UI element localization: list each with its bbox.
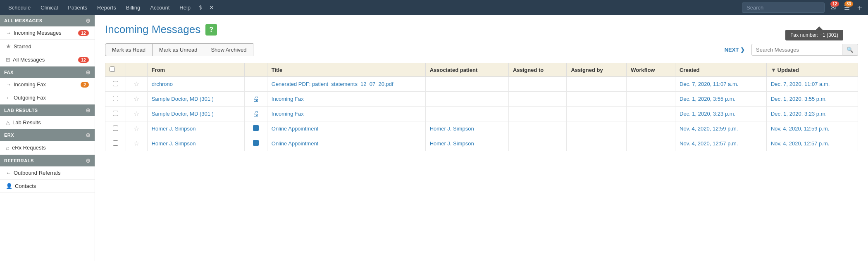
- assigned-by-cell: [567, 92, 627, 107]
- nav-reports[interactable]: Reports: [93, 0, 120, 15]
- sidebar-item-lab-results[interactable]: Lab Results: [0, 116, 95, 129]
- title-link[interactable]: Online Appointment: [272, 126, 318, 132]
- fax-add-icon[interactable]: ⊕: [86, 69, 91, 76]
- th-created: Created: [675, 63, 767, 77]
- patient-link[interactable]: Homer J. Simpson: [430, 126, 474, 132]
- sidebar-section-referrals: REFERRALS ⊕: [0, 155, 95, 166]
- messages-badge-wrap[interactable]: ✉ 12: [830, 4, 836, 12]
- row-checkbox[interactable]: [113, 111, 118, 116]
- top-navigation: Schedule Clinical Patients Reports Billi…: [0, 0, 868, 15]
- fax-tooltip: Fax number: +1 (301): [785, 30, 843, 40]
- outgoing-fax-arrow-icon: [6, 95, 11, 101]
- mark-as-unread-button[interactable]: Mark as Unread: [152, 43, 204, 56]
- title-link[interactable]: Incoming Fax: [272, 96, 304, 102]
- sidebar-item-outbound-referrals[interactable]: Outbound Referrals: [0, 166, 95, 180]
- incoming-messages-label: Incoming Messages: [14, 30, 76, 36]
- table-header: From Title Associated patient Assigned t…: [105, 63, 858, 77]
- row-checkbox[interactable]: [113, 96, 118, 101]
- starred-label: Starred: [14, 43, 89, 50]
- created-link[interactable]: Dec. 1, 2020, 3:55 p.m.: [680, 96, 735, 102]
- nav-billing[interactable]: Billing: [122, 0, 145, 15]
- from-link[interactable]: Sample Doctor, MD (301 ): [152, 111, 214, 117]
- arrow-right-icon: [6, 30, 11, 36]
- sidebar-item-erx-requests[interactable]: eRx Requests: [0, 141, 95, 155]
- workflow-cell: [627, 136, 675, 151]
- star-toggle[interactable]: ☆: [134, 125, 139, 132]
- table-body: ☆drchronoGenerated PDF: patient_statemen…: [105, 77, 858, 151]
- main-layout: ALL MESSAGES ⊕ Incoming Messages 12 Star…: [0, 15, 868, 261]
- from-link[interactable]: Homer J. Simpson: [152, 126, 196, 132]
- nav-schedule[interactable]: Schedule: [4, 0, 35, 15]
- sidebar-section-fax: FAX ⊕: [0, 66, 95, 78]
- lab-results-add-icon[interactable]: ⊕: [86, 107, 91, 114]
- patient-link[interactable]: Homer J. Simpson: [430, 140, 474, 147]
- sidebar-item-incoming-fax[interactable]: Incoming Fax 2: [0, 78, 95, 91]
- nav-tools-icon[interactable]: ⚕: [196, 4, 205, 12]
- sidebar-item-outgoing-fax[interactable]: Outgoing Fax: [0, 91, 95, 104]
- search-messages-button[interactable]: 🔍: [842, 44, 858, 56]
- referrals-add-icon[interactable]: ⊕: [86, 157, 91, 164]
- lab-results-section-label: LAB RESULTS: [4, 108, 38, 113]
- updated-link[interactable]: Dec. 1, 2020, 3:23 p.m.: [771, 111, 827, 117]
- search-submit-icon: 🔍: [847, 47, 854, 53]
- created-link[interactable]: Nov. 4, 2020, 12:59 p.m.: [680, 126, 738, 132]
- title-link[interactable]: Incoming Fax: [272, 111, 304, 117]
- sidebar: ALL MESSAGES ⊕ Incoming Messages 12 Star…: [0, 15, 95, 261]
- title-link[interactable]: Online Appointment: [272, 140, 318, 147]
- nav-close-icon[interactable]: ✕: [207, 4, 217, 11]
- page-header: Incoming Messages ?: [105, 23, 858, 36]
- nav-help[interactable]: Help: [175, 0, 195, 15]
- all-messages-add-icon[interactable]: ⊕: [86, 17, 91, 24]
- outgoing-fax-label: Outgoing Fax: [14, 95, 89, 101]
- row-checkbox[interactable]: [113, 81, 118, 86]
- menu-badge-wrap[interactable]: ☰ 33: [844, 4, 850, 12]
- updated-link[interactable]: Nov. 4, 2020, 12:59 p.m.: [771, 126, 829, 132]
- appointment-icon: [253, 140, 259, 146]
- table-row: ☆Homer J. SimpsonOnline AppointmentHomer…: [105, 136, 858, 151]
- search-messages-input[interactable]: [751, 44, 842, 56]
- incoming-fax-arrow-icon: [6, 81, 11, 88]
- show-archived-button[interactable]: Show Archived: [204, 43, 253, 56]
- mark-as-read-button[interactable]: Mark as Read: [105, 43, 153, 56]
- global-search-input[interactable]: [742, 2, 825, 13]
- th-workflow: Workflow: [627, 63, 675, 77]
- select-all-checkbox[interactable]: [110, 66, 115, 72]
- updated-link[interactable]: Dec. 1, 2020, 3:55 p.m.: [771, 96, 827, 102]
- star-toggle[interactable]: ☆: [134, 81, 139, 88]
- sidebar-item-all-messages[interactable]: All Messages 12: [0, 53, 95, 66]
- title-link[interactable]: Generated PDF: patient_statements_12_07_…: [272, 81, 393, 87]
- sidebar-item-incoming-messages[interactable]: Incoming Messages 12: [0, 26, 95, 40]
- updated-link[interactable]: Nov. 4, 2020, 12:57 p.m.: [771, 140, 829, 147]
- star-toggle[interactable]: ☆: [134, 95, 139, 102]
- row-checkbox[interactable]: [113, 126, 118, 131]
- workflow-cell: [627, 121, 675, 136]
- contacts-person-icon: 👤: [6, 183, 12, 189]
- fax-label: FAX: [4, 70, 14, 75]
- add-icon[interactable]: ＋: [856, 2, 864, 13]
- assigned-to-cell: [508, 92, 567, 107]
- star-toggle[interactable]: ☆: [134, 110, 139, 117]
- sidebar-item-contacts[interactable]: 👤 Contacts: [0, 180, 95, 193]
- from-link[interactable]: Sample Doctor, MD (301 ): [152, 96, 214, 102]
- main-content: Incoming Messages ? Mark as Read Mark as…: [95, 15, 868, 261]
- from-link[interactable]: Homer J. Simpson: [152, 140, 196, 147]
- nav-account[interactable]: Account: [146, 0, 174, 15]
- nav-clinical[interactable]: Clinical: [36, 0, 62, 15]
- row-checkbox[interactable]: [113, 140, 118, 146]
- created-link[interactable]: Nov. 4, 2020, 12:57 p.m.: [680, 140, 738, 147]
- assigned-by-cell: [567, 121, 627, 136]
- nav-patients[interactable]: Patients: [64, 0, 91, 15]
- help-button[interactable]: ?: [205, 24, 217, 36]
- lab-results-label: Lab Results: [12, 119, 89, 126]
- sidebar-item-starred[interactable]: Starred: [0, 40, 95, 53]
- assigned-by-cell: [567, 107, 627, 121]
- from-link[interactable]: drchrono: [152, 81, 173, 87]
- star-toggle[interactable]: ☆: [134, 140, 139, 147]
- created-link[interactable]: Dec. 1, 2020, 3:23 p.m.: [680, 111, 735, 117]
- erx-add-icon[interactable]: ⊕: [86, 132, 91, 138]
- created-link[interactable]: Dec. 7, 2020, 11:07 a.m.: [680, 81, 738, 87]
- next-button[interactable]: NEXT ❯: [725, 47, 745, 53]
- fax-arrow: [816, 26, 823, 30]
- updated-link[interactable]: Dec. 7, 2020, 11:07 a.m.: [771, 81, 830, 87]
- fax-icon: 🖨: [253, 110, 259, 117]
